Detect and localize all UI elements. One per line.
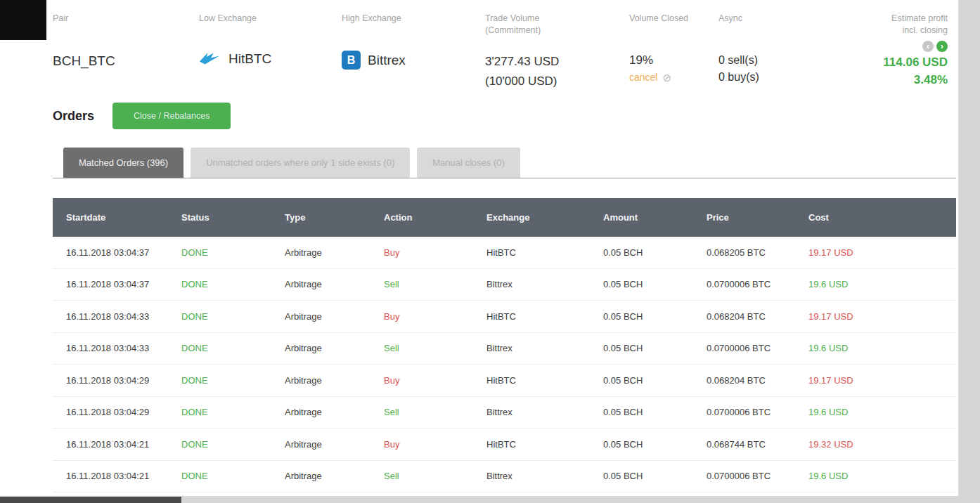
header-status: Status bbox=[181, 212, 285, 223]
tab-unmatched-orders[interactable]: Unmatched orders where only 1 side exist… bbox=[191, 148, 410, 178]
high-exchange-column-label: High Exchange bbox=[342, 13, 485, 37]
cell-type: Arbitrage bbox=[285, 439, 384, 450]
async-column-label: Async bbox=[718, 13, 831, 37]
cell-cost: 19.6 USD bbox=[808, 343, 956, 353]
volume-closed-column: Volume Closed 19% cancel ⊘ bbox=[629, 13, 718, 91]
header-cost: Cost bbox=[808, 212, 956, 223]
orders-table-body: 16.11.2018 03:04:37 DONE Arbitrage Buy H… bbox=[53, 237, 956, 492]
cell-amount: 0.05 BCH bbox=[603, 311, 707, 322]
cell-exchange: Bittrex bbox=[486, 471, 603, 481]
estimate-profit-percent: 3.48% bbox=[831, 73, 948, 87]
tab-manual-closes[interactable]: Manual closes (0) bbox=[417, 148, 520, 178]
cell-cost: 19.6 USD bbox=[808, 279, 956, 289]
table-row: 16.11.2018 03:04:37 DONE Arbitrage Buy H… bbox=[53, 237, 956, 269]
cell-status: DONE bbox=[181, 343, 285, 353]
orders-table: Startdate Status Type Action Exchange Am… bbox=[53, 198, 956, 492]
cell-status: DONE bbox=[181, 375, 285, 386]
video-artifact-bottom-left bbox=[0, 497, 181, 503]
cell-exchange: Bittrex bbox=[486, 343, 603, 353]
high-exchange-column: High Exchange B Bittrex bbox=[342, 13, 485, 91]
estimate-profit-column: Estimate profit incl. closing ‹ › 114.06… bbox=[831, 13, 948, 91]
volume-closed-column-label: Volume Closed bbox=[629, 13, 718, 37]
prev-pair-button[interactable]: ‹ bbox=[922, 41, 934, 52]
table-row: 16.11.2018 03:04:21 DONE Arbitrage Buy H… bbox=[53, 429, 956, 461]
cell-cost: 19.17 USD bbox=[808, 375, 956, 386]
cell-price: 0.068744 BTC bbox=[707, 439, 808, 450]
pair-value: BCH_BTC bbox=[53, 53, 199, 69]
cell-type: Arbitrage bbox=[285, 279, 384, 289]
estimate-profit-usd: 114.06 USD bbox=[831, 55, 948, 70]
table-row: 16.11.2018 03:04:21 DONE Arbitrage Sell … bbox=[53, 461, 956, 493]
tab-matched-orders[interactable]: Matched Orders (396) bbox=[63, 148, 183, 178]
cell-type: Arbitrage bbox=[285, 375, 384, 386]
estimate-profit-label-line2: incl. closing bbox=[902, 25, 948, 35]
cell-type: Arbitrage bbox=[285, 471, 384, 481]
high-exchange-value: Bittrex bbox=[368, 53, 406, 68]
cell-amount: 0.05 BCH bbox=[603, 343, 707, 353]
async-sells-value: 0 sell(s) bbox=[718, 52, 831, 69]
cell-action: Sell bbox=[384, 343, 486, 353]
cell-cost: 19.6 USD bbox=[808, 471, 956, 481]
cell-amount: 0.05 BCH bbox=[603, 407, 707, 417]
close-rebalances-button[interactable]: Close / Rebalances bbox=[112, 103, 231, 129]
cancel-icon: ⊘ bbox=[662, 72, 671, 83]
cell-cost: 19.6 USD bbox=[808, 407, 956, 417]
trade-volume-label-line1: Trade Volume bbox=[485, 13, 539, 23]
cell-price: 0.068204 BTC bbox=[707, 375, 808, 386]
trade-volume-column-label: Trade Volume (Commitment) bbox=[485, 13, 629, 37]
cell-status: DONE bbox=[181, 279, 285, 289]
cell-status: DONE bbox=[181, 407, 285, 417]
estimate-profit-column-label: Estimate profit incl. closing bbox=[831, 13, 948, 37]
cell-action: Sell bbox=[384, 407, 486, 417]
cell-action: Sell bbox=[384, 279, 486, 289]
next-pair-button[interactable]: › bbox=[936, 41, 948, 52]
cell-cost: 19.17 USD bbox=[808, 247, 956, 258]
estimate-profit-label-line1: Estimate profit bbox=[891, 13, 948, 23]
cell-type: Arbitrage bbox=[285, 311, 384, 322]
cell-startdate: 16.11.2018 03:04:33 bbox=[66, 343, 181, 353]
volume-closed-value: 19% bbox=[629, 53, 718, 67]
cancel-action[interactable]: cancel ⊘ bbox=[629, 72, 718, 83]
orders-tabs: Matched Orders (396) Unmatched orders wh… bbox=[53, 148, 956, 178]
cell-exchange: HitBTC bbox=[486, 247, 603, 258]
cell-price: 0.0700006 BTC bbox=[707, 279, 808, 289]
video-artifact-right-edge bbox=[958, 0, 980, 503]
cell-cost: 19.17 USD bbox=[808, 311, 956, 322]
cell-startdate: 16.11.2018 03:04:37 bbox=[66, 247, 181, 258]
cell-startdate: 16.11.2018 03:04:29 bbox=[66, 375, 181, 386]
cell-exchange: HitBTC bbox=[486, 375, 603, 386]
cell-exchange: HitBTC bbox=[486, 311, 603, 322]
trade-volume-label-line2: (Commitment) bbox=[485, 25, 541, 35]
low-exchange-value: HitBTC bbox=[228, 51, 271, 67]
low-exchange-column: Low Exchange HitBTC bbox=[199, 13, 342, 91]
header-startdate: Startdate bbox=[66, 212, 181, 223]
cell-startdate: 16.11.2018 03:04:21 bbox=[66, 471, 181, 481]
header-action: Action bbox=[384, 212, 486, 223]
cell-exchange: Bittrex bbox=[486, 279, 603, 289]
trade-volume-commitment: (10'000 USD) bbox=[485, 72, 629, 91]
trade-volume-value: 3'277.43 USD bbox=[485, 52, 629, 72]
trade-volume-column: Trade Volume (Commitment) 3'277.43 USD (… bbox=[485, 13, 629, 91]
position-summary: Pair BCH_BTC Low Exchange HitBTC High Ex… bbox=[53, 13, 948, 91]
video-artifact-top-left bbox=[0, 0, 46, 40]
header-type: Type bbox=[285, 212, 384, 223]
cell-price: 0.0700006 BTC bbox=[707, 343, 808, 353]
cell-startdate: 16.11.2018 03:04:37 bbox=[66, 279, 181, 289]
pair-column: Pair BCH_BTC bbox=[53, 13, 199, 91]
cell-type: Arbitrage bbox=[285, 343, 384, 353]
cell-startdate: 16.11.2018 03:04:29 bbox=[66, 407, 181, 417]
header-price: Price bbox=[707, 212, 808, 223]
table-row: 16.11.2018 03:04:29 DONE Arbitrage Buy H… bbox=[53, 365, 956, 397]
pair-column-label: Pair bbox=[53, 13, 199, 37]
table-row: 16.11.2018 03:04:33 DONE Arbitrage Sell … bbox=[53, 333, 956, 365]
cell-price: 0.0700006 BTC bbox=[707, 471, 808, 481]
cell-amount: 0.05 BCH bbox=[603, 375, 707, 386]
table-row: 16.11.2018 03:04:37 DONE Arbitrage Sell … bbox=[53, 269, 956, 301]
cell-amount: 0.05 BCH bbox=[603, 439, 707, 450]
cell-type: Arbitrage bbox=[285, 247, 384, 258]
header-amount: Amount bbox=[603, 212, 707, 223]
cell-price: 0.068204 BTC bbox=[707, 311, 808, 322]
cancel-label[interactable]: cancel bbox=[629, 72, 657, 83]
hitbtc-logo-icon bbox=[199, 51, 221, 67]
cell-price: 0.0700006 BTC bbox=[707, 407, 808, 417]
